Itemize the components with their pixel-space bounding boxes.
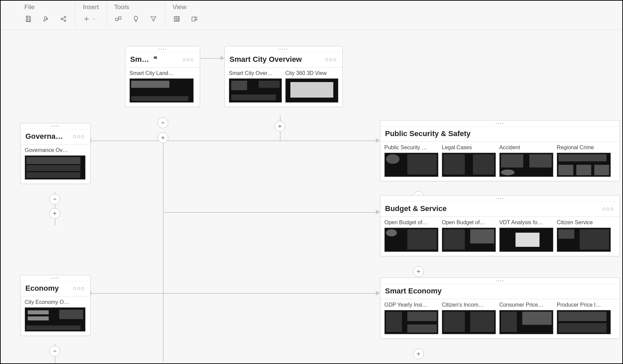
more-icon[interactable]: ○○○: [72, 133, 86, 140]
collapse-button[interactable]: [49, 346, 60, 357]
drag-handle-icon[interactable]: [380, 121, 620, 127]
page-label: Smart City Over…: [229, 70, 282, 77]
page-label: City 360 3D View: [285, 70, 338, 77]
add-button[interactable]: [413, 348, 424, 359]
toolbar-group-tools: Tools: [107, 3, 165, 27]
page-thumbnail: [499, 310, 553, 334]
wrench-icon[interactable]: [42, 15, 50, 23]
node-title: Sm…: [130, 55, 149, 64]
connector: [163, 293, 376, 294]
node-title: Public Security & Safety: [385, 129, 471, 138]
page-card[interactable]: Citizen's Incom…: [442, 302, 496, 334]
node-governance[interactable]: Governa… ○○○ Governance Ov…: [20, 123, 91, 184]
node-header: Sm… ○○○: [125, 52, 200, 68]
node-public-security[interactable]: Public Security & Safety Public Security…: [380, 120, 620, 181]
page-card[interactable]: Open Budget of…: [384, 219, 438, 252]
page-card[interactable]: City 360 3D View: [285, 70, 338, 103]
node-header: Budget & Service ○○○: [380, 202, 620, 217]
drag-handle-icon[interactable]: [380, 278, 620, 284]
node-body: Smart City Land…: [125, 68, 200, 107]
page-label: Accident: [499, 145, 553, 151]
page-card[interactable]: Open Budget of…: [442, 219, 496, 252]
page-thumbnail: [384, 228, 438, 252]
more-icon[interactable]: ○○○: [601, 205, 615, 212]
page-card[interactable]: Citizen Service: [557, 219, 611, 252]
page-card[interactable]: Smart City Over…: [229, 70, 282, 103]
page-thumbnail: [557, 153, 611, 177]
node-overview[interactable]: Smart City Overview ○○○ Smart City Over……: [224, 46, 343, 107]
page-card[interactable]: Legal Cases: [442, 145, 496, 177]
page-card[interactable]: Public Security …: [384, 145, 438, 177]
node-budget[interactable]: Budget & Service ○○○ Open Budget of… Ope…: [380, 195, 620, 256]
collapse-button[interactable]: [49, 194, 60, 205]
more-icon[interactable]: ○○○: [324, 56, 338, 63]
node-smart-economy[interactable]: Smart Economy GDP Yearly Insi… Citizen's…: [380, 278, 620, 339]
node-economy[interactable]: Economy ○○○ City Economy O…: [20, 275, 91, 336]
arrow-icon: [220, 56, 224, 60]
toolbar-group-file: File: [24, 3, 75, 27]
svg-point-1: [61, 18, 63, 20]
svg-rect-4: [115, 18, 118, 21]
svg-point-3: [64, 20, 66, 22]
svg-rect-0: [27, 19, 29, 21]
grid-icon[interactable]: [173, 15, 181, 23]
page-card[interactable]: City Economy O…: [25, 299, 86, 332]
connector: [163, 140, 376, 141]
more-icon[interactable]: ○○○: [182, 56, 195, 63]
link-icon[interactable]: [114, 15, 122, 23]
page-label: Legal Cases: [442, 145, 496, 151]
add-button[interactable]: [274, 121, 285, 132]
node-smart-city[interactable]: Sm… ○○○ Smart City Land…: [125, 46, 200, 107]
page-label: Citizen's Incom…: [442, 302, 496, 309]
page-thumbnail: [384, 310, 438, 334]
add-button[interactable]: [413, 266, 424, 277]
page-card[interactable]: Regional Crime: [557, 145, 611, 177]
page-card[interactable]: Producer Price I…: [557, 302, 611, 334]
canvas[interactable]: Sm… ○○○ Smart City Land… Smart Ci: [1, 30, 622, 363]
share-icon[interactable]: [59, 15, 68, 23]
page-label: Smart City Land…: [129, 70, 194, 77]
toolbar: File Insert Tools: [1, 1, 622, 30]
page-label: Open Budget of…: [384, 219, 438, 226]
toolbar-group-view: View: [165, 3, 206, 27]
page-card[interactable]: GDP Yearly Insi…: [384, 302, 438, 334]
node-title: Smart Economy: [385, 287, 442, 295]
arrow-icon: [376, 291, 380, 295]
bookmark-icon[interactable]: [190, 15, 198, 23]
page-thumbnail: [499, 228, 553, 252]
svg-rect-7: [192, 17, 195, 21]
filter-icon[interactable]: [149, 15, 158, 23]
page-thumbnail: [229, 78, 282, 103]
save-icon[interactable]: [24, 15, 32, 23]
add-button[interactable]: [49, 208, 60, 219]
collapse-button[interactable]: [158, 118, 168, 128]
page-label: Open Budget of…: [442, 219, 496, 226]
drag-handle-icon[interactable]: [380, 196, 620, 202]
page-thumbnail: [442, 153, 496, 177]
drag-handle-icon[interactable]: [125, 46, 200, 52]
arrow-icon: [376, 210, 380, 214]
page-card[interactable]: Consumer Price…: [499, 302, 553, 334]
node-header: Public Security & Safety: [380, 127, 620, 142]
drag-handle-icon[interactable]: [225, 46, 342, 52]
page-label: GDP Yearly Insi…: [384, 302, 438, 309]
page-card[interactable]: Governance Ov…: [25, 147, 86, 180]
add-button[interactable]: [158, 132, 168, 143]
node-title: Economy: [25, 284, 59, 293]
node-body: GDP Yearly Insi… Citizen's Incom… Consum…: [380, 299, 620, 338]
page-card[interactable]: VDT Analysis fo…: [499, 219, 553, 252]
page-thumbnail: [557, 310, 611, 334]
insert-button[interactable]: [83, 15, 96, 23]
page-card[interactable]: Smart City Land…: [129, 70, 194, 103]
connector: [200, 58, 220, 59]
connector: [163, 132, 164, 362]
node-title: Smart City Overview: [230, 55, 302, 64]
more-icon[interactable]: ○○○: [72, 285, 86, 292]
toolbar-label-file: File: [24, 3, 68, 11]
lightbulb-icon[interactable]: [132, 15, 140, 23]
drag-handle-icon[interactable]: [21, 275, 90, 281]
page-card[interactable]: Accident: [499, 145, 553, 177]
page-label: Public Security …: [384, 145, 438, 151]
page-label: City Economy O…: [25, 299, 86, 306]
drag-handle-icon[interactable]: [21, 123, 90, 129]
